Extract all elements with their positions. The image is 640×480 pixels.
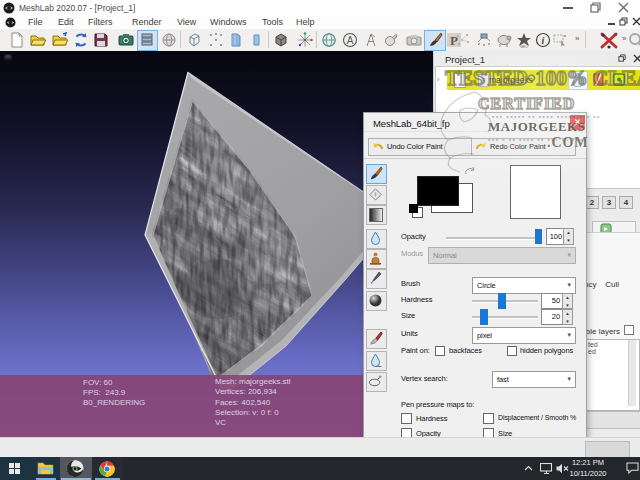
svg-text:GEO: GEO bbox=[520, 45, 528, 48]
svg-text:A: A bbox=[347, 35, 354, 46]
svg-text:i: i bbox=[542, 35, 545, 46]
